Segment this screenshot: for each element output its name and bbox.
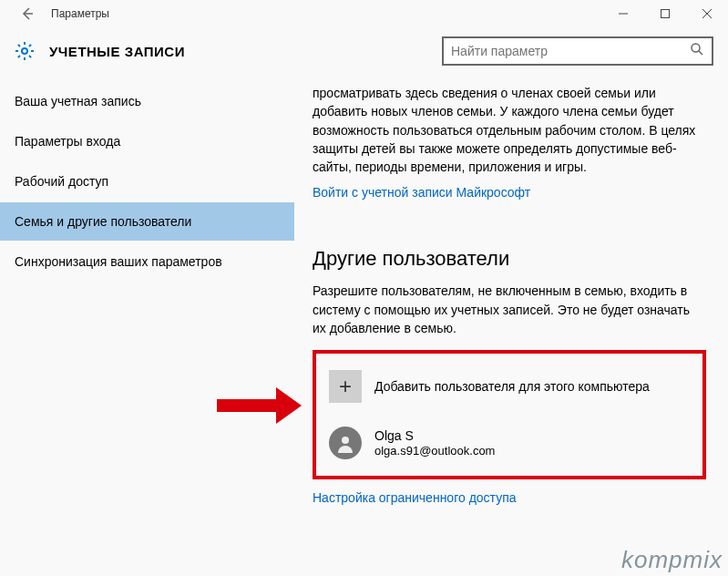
family-intro-text: просматривать здесь сведения о членах св… — [313, 84, 706, 176]
back-button[interactable] — [7, 0, 47, 27]
svg-point-1 — [22, 48, 27, 54]
svg-point-3 — [342, 437, 349, 444]
content: просматривать здесь сведения о членах св… — [294, 78, 728, 576]
maximize-button[interactable] — [644, 0, 686, 27]
sidebar-item-your-account[interactable]: Ваша учетная запись — [0, 82, 294, 120]
highlight-box: + Добавить пользователя для этого компью… — [313, 350, 706, 479]
arrow-left-icon — [20, 6, 35, 21]
search-input[interactable] — [451, 44, 690, 58]
other-users-desc: Разрешите пользователям, не включенным в… — [313, 282, 706, 337]
other-users-title: Другие пользователи — [313, 247, 706, 271]
sidebar-item-family-other-users[interactable]: Семья и другие пользователи — [0, 202, 294, 241]
sidebar: Ваша учетная запись Параметры входа Рабо… — [0, 78, 294, 576]
plus-icon: + — [329, 370, 362, 403]
add-user-label: Добавить пользователя для этого компьюте… — [374, 378, 650, 395]
minimize-button[interactable] — [602, 0, 644, 27]
page-title: УЧЕТНЫЕ ЗАПИСИ — [49, 44, 442, 59]
window-controls — [602, 0, 728, 27]
restricted-access-link[interactable]: Настройка ограниченного доступа — [313, 490, 706, 505]
user-row[interactable]: Olga S olga.s91@outlook.com — [325, 423, 693, 463]
user-email: olga.s91@outlook.com — [374, 444, 495, 459]
search-icon — [690, 42, 704, 60]
close-button[interactable] — [686, 0, 728, 27]
search-box[interactable] — [442, 36, 713, 66]
watermark: kompmix — [621, 546, 723, 574]
window-title: Параметры — [51, 7, 602, 20]
sidebar-item-work-access[interactable]: Рабочий доступ — [0, 162, 294, 201]
avatar-icon — [329, 427, 362, 459]
gear-icon — [13, 39, 36, 63]
sidebar-item-sync-settings[interactable]: Синхронизация ваших параметров — [0, 242, 294, 281]
header: УЧЕТНЫЕ ЗАПИСИ — [0, 27, 728, 78]
svg-rect-0 — [661, 10, 670, 18]
add-user-button[interactable]: + Добавить пользователя для этого компью… — [325, 366, 693, 406]
titlebar: Параметры — [0, 0, 728, 27]
svg-point-2 — [692, 44, 700, 52]
sidebar-item-signin-options[interactable]: Параметры входа — [0, 122, 294, 160]
user-name: Olga S — [374, 427, 495, 444]
ms-sign-in-link[interactable]: Войти с учетной записи Майкрософт — [313, 185, 706, 200]
